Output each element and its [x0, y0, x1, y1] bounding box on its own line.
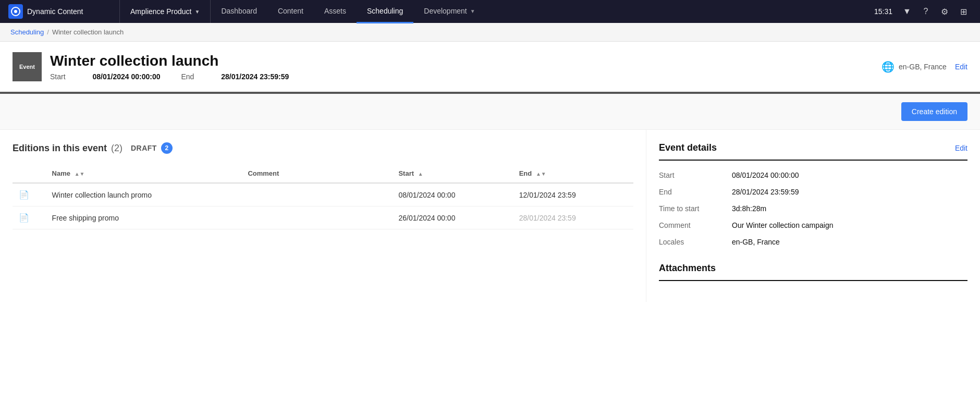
event-end-label: End: [181, 72, 194, 81]
nav-product-selector[interactable]: Amplience Product ▼: [120, 0, 211, 23]
details-edit-link[interactable]: Edit: [955, 144, 967, 152]
row-icon-cell-2: 📄: [13, 206, 46, 229]
col-end-header[interactable]: End ▲▼: [513, 164, 633, 183]
details-header: Event details Edit: [659, 142, 967, 161]
table-header-row: Name ▲▼ Comment Start ▲ End ▲▼: [13, 164, 633, 183]
nav-right: 15:31 ▼ ? ⚙ ⊞: [866, 3, 980, 20]
edition-end-cell-0: 12/01/2024 23:59: [513, 183, 633, 206]
detail-row-locales: Locales en-GB, France: [659, 238, 967, 246]
detail-row-end: End 28/01/2024 23:59:59: [659, 188, 967, 196]
editions-panel: Editions in this event (2) DRAFT 2 Name …: [0, 130, 646, 302]
event-locale: en-GB, France: [899, 63, 947, 71]
nav-help-icon[interactable]: ?: [917, 3, 934, 20]
draft-label: DRAFT: [131, 144, 157, 152]
name-sort-icon: ▲▼: [75, 171, 85, 177]
detail-row-start: Start 08/01/2024 00:00:00: [659, 171, 967, 179]
development-chevron-icon: ▼: [470, 8, 475, 14]
event-end-value: 28/01/2024 23:59:59: [221, 72, 289, 81]
event-title: Winter collection launch: [50, 53, 861, 69]
event-edit-link[interactable]: Edit: [955, 63, 967, 71]
detail-label-time-to-start: Time to start: [659, 204, 732, 213]
attachments-section: Attachments: [659, 263, 967, 281]
breadcrumb-separator: /: [47, 28, 49, 36]
app-logo-text: Dynamic Content: [27, 7, 83, 16]
start-sort-icon: ▲: [418, 171, 423, 177]
nav-item-development[interactable]: Development ▼: [413, 1, 485, 23]
nav-settings-icon[interactable]: ⚙: [936, 3, 953, 20]
editions-title: Editions in this event (2): [13, 143, 123, 154]
nav-item-assets[interactable]: Assets: [314, 1, 357, 23]
event-header: Event Winter collection launch Start 08/…: [0, 42, 980, 94]
detail-value-time-to-start: 3d:8h:28m: [732, 204, 766, 213]
edition-name-cell: Winter collection launch promo: [46, 183, 242, 206]
nav-product-chevron-icon: ▼: [195, 9, 200, 15]
detail-value-start: 08/01/2024 00:00:00: [732, 171, 799, 179]
nav-time: 15:31: [874, 7, 892, 16]
detail-value-end: 28/01/2024 23:59:59: [732, 188, 799, 196]
end-sort-icon: ▲▼: [536, 171, 546, 177]
edition-name-cell-2: Free shipping promo: [46, 206, 242, 229]
breadcrumb-current: Winter collection launch: [52, 28, 124, 36]
editions-header: Editions in this event (2) DRAFT 2: [13, 142, 633, 154]
detail-label-start: Start: [659, 171, 732, 179]
toolbar: Create edition: [0, 94, 980, 130]
app-logo-icon: [8, 4, 23, 19]
edition-end-cell-1: 28/01/2024 23:59: [513, 206, 633, 229]
details-panel-title: Event details: [659, 142, 717, 153]
col-icon-header: [13, 164, 46, 183]
nav-item-scheduling[interactable]: Scheduling: [357, 1, 413, 23]
globe-icon: 🌐: [881, 60, 895, 73]
breadcrumb-parent-link[interactable]: Scheduling: [10, 28, 44, 36]
edition-comment-cell-1: [241, 206, 392, 229]
table-row[interactable]: 📄 Winter collection launch promo 08/01/2…: [13, 183, 633, 206]
nav-product-label: Amplience Product: [130, 7, 192, 16]
col-start-header[interactable]: Start ▲: [392, 164, 512, 183]
event-dates: Start 08/01/2024 00:00:00 End 28/01/2024…: [50, 72, 861, 81]
nav-apps-icon[interactable]: ⊞: [955, 3, 972, 20]
attachments-title: Attachments: [659, 263, 967, 281]
detail-label-locales: Locales: [659, 238, 732, 246]
event-badge: Event: [13, 52, 42, 81]
detail-label-comment: Comment: [659, 221, 732, 229]
detail-row-comment: Comment Our Winter collection campaign: [659, 221, 967, 229]
app-logo[interactable]: Dynamic Content: [0, 0, 120, 23]
nav-item-content[interactable]: Content: [267, 1, 314, 23]
nav-time-expand-icon[interactable]: ▼: [899, 3, 915, 20]
detail-value-locales: en-GB, France: [732, 238, 780, 246]
edition-doc-icon-2: 📄: [19, 213, 29, 222]
main-content: Editions in this event (2) DRAFT 2 Name …: [0, 130, 980, 302]
event-start-label: Start: [50, 72, 66, 81]
edition-comment-cell-0: [241, 183, 392, 206]
create-edition-button[interactable]: Create edition: [901, 102, 967, 121]
nav-items: Dashboard Content Assets Scheduling Deve…: [211, 0, 866, 23]
details-panel: Event details Edit Start 08/01/2024 00:0…: [646, 130, 980, 302]
svg-point-1: [14, 10, 17, 13]
row-icon-cell: 📄: [13, 183, 46, 206]
edition-start-cell-0: 08/01/2024 00:00: [392, 183, 512, 206]
edition-doc-icon: 📄: [19, 190, 29, 199]
table-row[interactable]: 📄 Free shipping promo 26/01/2024 00:00 2…: [13, 206, 633, 229]
breadcrumb: Scheduling / Winter collection launch: [0, 23, 980, 42]
col-comment-header[interactable]: Comment: [241, 164, 392, 183]
detail-row-time-to-start: Time to start 3d:8h:28m: [659, 204, 967, 213]
col-name-header[interactable]: Name ▲▼: [46, 164, 242, 183]
nav-item-dashboard[interactable]: Dashboard: [211, 1, 267, 23]
event-locale-section: 🌐 en-GB, France Edit: [869, 60, 967, 73]
top-nav: Dynamic Content Amplience Product ▼ Dash…: [0, 0, 980, 23]
event-info: Winter collection launch Start 08/01/202…: [50, 53, 861, 81]
editions-table: Name ▲▼ Comment Start ▲ End ▲▼: [13, 164, 633, 229]
edition-start-cell-1: 26/01/2024 00:00: [392, 206, 512, 229]
draft-count-badge: 2: [161, 142, 173, 154]
detail-label-end: End: [659, 188, 732, 196]
event-start-value: 08/01/2024 00:00:00: [92, 72, 160, 81]
draft-badge-container: DRAFT 2: [131, 142, 173, 154]
detail-value-comment: Our Winter collection campaign: [732, 221, 834, 229]
